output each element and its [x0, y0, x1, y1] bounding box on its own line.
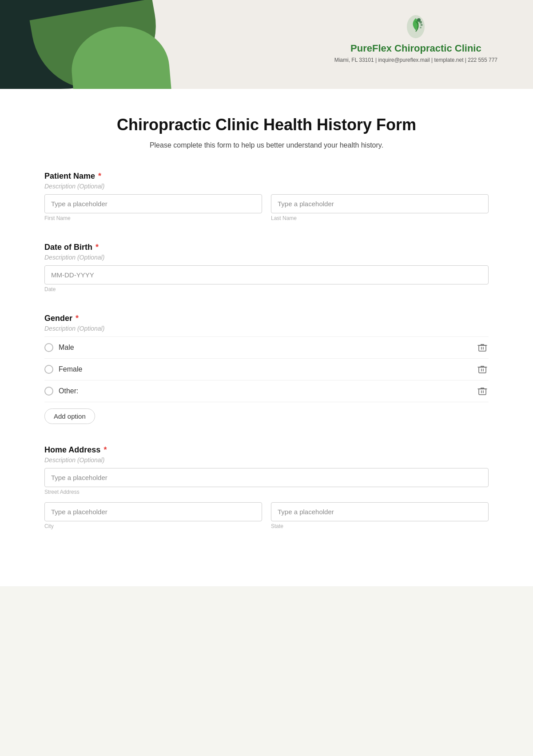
svg-rect-7	[479, 389, 486, 395]
field-gender: Gender * Description (Optional) Male	[44, 314, 489, 424]
gender-option-female[interactable]: Female	[44, 359, 489, 380]
delete-male-icon[interactable]	[476, 341, 489, 354]
dob-input[interactable]	[44, 265, 489, 284]
patient-name-inputs: First Name Last Name	[44, 194, 489, 221]
last-name-sublabel: Last Name	[271, 215, 489, 221]
dob-description: Description (Optional)	[44, 254, 489, 261]
header: PureFlex Chiropractic Clinic Miami, FL 3…	[0, 0, 533, 89]
radio-label-male: Male	[59, 344, 74, 352]
header-logo-area: PureFlex Chiropractic Clinic Miami, FL 3…	[334, 13, 497, 63]
last-name-input[interactable]	[271, 194, 489, 213]
dob-label: Date of Birth *	[44, 243, 489, 252]
svg-point-2	[419, 21, 422, 24]
gender-option-male[interactable]: Male	[44, 336, 489, 359]
dob-inputs: Date	[44, 265, 489, 292]
gender-option-other[interactable]: Other:	[44, 380, 489, 402]
street-address-sublabel: Street Address	[44, 489, 489, 495]
city-sublabel: City	[44, 523, 262, 529]
first-name-sublabel: First Name	[44, 215, 262, 221]
street-address-input[interactable]	[44, 468, 489, 487]
patient-name-description: Description (Optional)	[44, 183, 489, 190]
dob-sublabel: Date	[44, 286, 489, 292]
city-input[interactable]	[44, 502, 262, 521]
clinic-info: Miami, FL 33101 | inquire@pureflex.mail …	[334, 57, 497, 63]
state-wrapper: State	[271, 502, 489, 529]
radio-label-other: Other:	[59, 387, 78, 395]
first-name-wrapper: First Name	[44, 194, 262, 221]
radio-circle-female	[44, 365, 53, 374]
gender-description: Description (Optional)	[44, 325, 489, 332]
street-address-row: Street Address	[44, 468, 489, 495]
home-address-description: Description (Optional)	[44, 456, 489, 464]
gender-radio-group: Male Female	[44, 336, 489, 402]
delete-other-icon[interactable]	[476, 385, 489, 397]
first-name-input[interactable]	[44, 194, 262, 213]
city-state-row: City State	[44, 502, 489, 529]
last-name-wrapper: Last Name	[271, 194, 489, 221]
dob-wrapper: Date	[44, 265, 489, 292]
state-sublabel: State	[271, 523, 489, 529]
home-address-label: Home Address *	[44, 445, 489, 455]
street-address-wrapper: Street Address	[44, 468, 489, 495]
svg-point-4	[420, 27, 422, 28]
city-wrapper: City	[44, 502, 262, 529]
state-input[interactable]	[271, 502, 489, 521]
field-patient-name: Patient Name * Description (Optional) Fi…	[44, 172, 489, 221]
form-title: Chiropractic Clinic Health History Form	[44, 116, 489, 134]
gender-label: Gender *	[44, 314, 489, 323]
radio-circle-other	[44, 387, 53, 396]
field-date-of-birth: Date of Birth * Description (Optional) D…	[44, 243, 489, 292]
delete-female-icon[interactable]	[476, 363, 489, 376]
radio-label-female: Female	[59, 365, 82, 373]
svg-point-3	[420, 24, 422, 26]
clinic-logo-icon	[402, 13, 429, 40]
add-option-button[interactable]: Add option	[44, 408, 95, 424]
radio-circle-male	[44, 343, 53, 352]
clinic-name: PureFlex Chiropractic Clinic	[350, 43, 481, 54]
form-subtitle: Please complete this form to help us bet…	[44, 141, 489, 149]
svg-rect-6	[479, 367, 486, 373]
main-content: Chiropractic Clinic Health History Form …	[0, 89, 533, 586]
field-home-address: Home Address * Description (Optional) St…	[44, 445, 489, 529]
patient-name-label: Patient Name *	[44, 172, 489, 181]
svg-rect-5	[479, 345, 486, 351]
